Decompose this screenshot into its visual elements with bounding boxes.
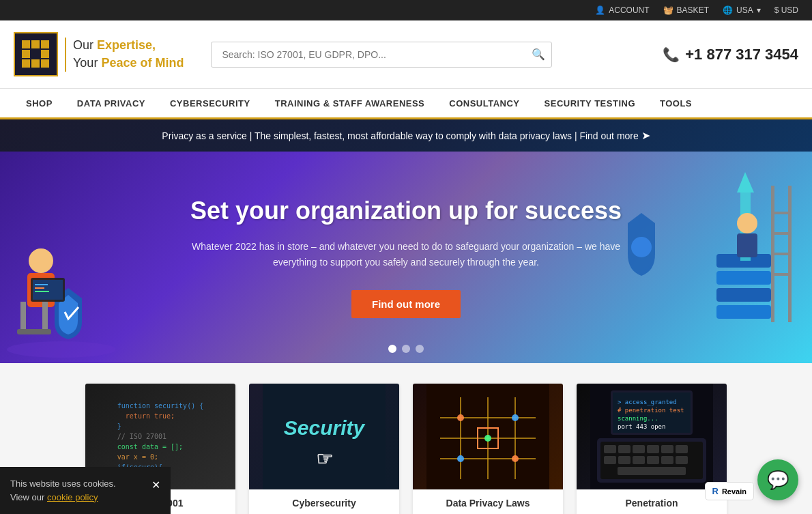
- svg-rect-21: [716, 288, 771, 302]
- hero-section: Set your organization up for success Wha…: [0, 152, 812, 363]
- cookie-bar: ✕ This website uses cookies. View our co…: [0, 467, 171, 514]
- promo-arrow: ➤: [641, 130, 650, 141]
- card-data-label: Data Privacy Laws: [413, 489, 563, 514]
- card-cybersecurity-label: Cybersecurity: [249, 489, 399, 514]
- slider-dot-1[interactable]: [388, 345, 396, 353]
- promo-text: Privacy as a service | The simplest, fas…: [162, 130, 650, 141]
- svg-rect-56: [647, 445, 659, 453]
- svg-point-9: [29, 248, 53, 273]
- svg-rect-58: [676, 445, 688, 453]
- promo-banner[interactable]: Privacy as a service | The simplest, fas…: [0, 119, 812, 152]
- hero-left-illustration: [0, 165, 150, 363]
- svg-text:☞: ☞: [316, 448, 333, 470]
- nav-item-data-privacy[interactable]: DATA PRIVACY: [65, 90, 158, 117]
- svg-rect-4: [41, 50, 49, 58]
- svg-rect-1: [31, 40, 40, 48]
- main-nav: SHOP DATA PRIVACY CYBERSECURITY TRAINING…: [0, 89, 812, 119]
- basket-icon: 🧺: [663, 5, 673, 15]
- svg-point-8: [7, 341, 116, 358]
- account-label: ACCOUNT: [609, 5, 649, 15]
- logo[interactable]: Our Expertise, Your Peace of Mind: [14, 32, 184, 76]
- basket-link[interactable]: 🧺 BASKET: [663, 5, 709, 15]
- phone-container: 📞 +1 877 317 3454: [663, 46, 798, 63]
- hero-cta-button[interactable]: Find out more: [351, 290, 461, 318]
- header: Our Expertise, Your Peace of Mind 🔍 📞 +1…: [0, 20, 812, 89]
- nav-item-consultancy[interactable]: CONSULTANCY: [437, 90, 532, 117]
- svg-rect-3: [22, 50, 30, 58]
- logo-divider: [65, 38, 66, 72]
- svg-rect-20: [716, 271, 771, 285]
- svg-point-44: [457, 414, 464, 421]
- hero-title: Set your organization up for success: [181, 197, 631, 225]
- currency-selector[interactable]: $ USD: [774, 5, 798, 15]
- svg-rect-2: [41, 40, 49, 48]
- account-icon: 👤: [595, 5, 605, 15]
- card-data-image: [413, 384, 563, 489]
- svg-rect-13: [17, 329, 51, 334]
- nav-item-security-testing[interactable]: SECURITY TESTING: [532, 90, 648, 117]
- svg-point-46: [512, 414, 519, 421]
- globe-icon: 🌐: [723, 5, 733, 15]
- search-icon: 🔍: [532, 48, 545, 60]
- svg-rect-7: [41, 59, 49, 68]
- svg-text:> access_granted: > access_granted: [618, 399, 677, 405]
- svg-rect-5: [22, 59, 30, 68]
- slider-dots: [388, 345, 424, 353]
- svg-rect-60: [618, 456, 630, 464]
- svg-text:port 443 open: port 443 open: [618, 423, 665, 430]
- hero-right-illustration: [621, 158, 812, 363]
- nav-item-training[interactable]: TRAINING & STAFF AWARENESS: [263, 90, 437, 117]
- svg-rect-11: [20, 302, 26, 329]
- svg-rect-63: [661, 456, 673, 464]
- logo-icon: [14, 32, 58, 76]
- region-selector[interactable]: 🌐 USA ▾: [723, 5, 761, 15]
- svg-rect-54: [618, 445, 630, 453]
- search-input[interactable]: [211, 42, 552, 68]
- currency-label: $ USD: [774, 5, 798, 15]
- cookie-text2: View our: [10, 492, 47, 502]
- svg-rect-64: [676, 456, 688, 464]
- svg-rect-55: [633, 445, 645, 453]
- top-bar: 👤 ACCOUNT 🧺 BASKET 🌐 USA ▾ $ USD: [0, 0, 812, 20]
- svg-rect-22: [716, 305, 771, 319]
- revain-icon: R: [712, 486, 719, 496]
- phone-number: +1 877 317 3454: [685, 46, 798, 63]
- nav-item-tools[interactable]: TOOLS: [648, 90, 704, 117]
- svg-rect-65: [618, 467, 686, 475]
- svg-point-26: [737, 213, 757, 233]
- card-cybersecurity[interactable]: Security ☞ Cybersecurity: [249, 384, 399, 514]
- cookie-text: This website uses cookies.: [10, 479, 116, 489]
- slider-dot-2[interactable]: [402, 345, 410, 353]
- slider-dot-3[interactable]: [416, 345, 424, 353]
- svg-marker-24: [737, 172, 754, 192]
- chat-widget[interactable]: 💬: [757, 459, 798, 500]
- search-button[interactable]: 🔍: [525, 42, 552, 68]
- svg-rect-0: [22, 40, 30, 48]
- svg-rect-12: [42, 302, 48, 329]
- svg-point-47: [457, 455, 464, 462]
- search-container: 🔍: [211, 42, 552, 68]
- svg-point-45: [484, 435, 491, 442]
- cookie-policy-link[interactable]: cookie policy: [47, 492, 98, 502]
- card-penetration-image: > access_granted # penetration test scan…: [577, 384, 727, 489]
- region-label: USA: [736, 5, 753, 15]
- nav-item-shop[interactable]: SHOP: [14, 90, 65, 117]
- svg-point-48: [512, 455, 519, 462]
- svg-rect-53: [604, 445, 616, 453]
- revain-label: Revain: [722, 487, 746, 496]
- svg-rect-27: [737, 233, 757, 257]
- dropdown-icon: ▾: [757, 5, 761, 15]
- svg-rect-15: [33, 280, 63, 300]
- hero-description: Whatever 2022 has in store – and whateve…: [181, 239, 631, 270]
- card-data-privacy[interactable]: Data Privacy Laws: [413, 384, 563, 514]
- basket-label: BASKET: [677, 5, 709, 15]
- nav-item-cybersecurity[interactable]: CYBERSECURITY: [158, 90, 263, 117]
- logo-tagline: Our Expertise, Your Peace of Mind: [73, 37, 184, 71]
- svg-text:scanning...: scanning...: [618, 415, 658, 422]
- cookie-close-button[interactable]: ✕: [151, 477, 160, 494]
- revain-widget[interactable]: R Revain: [705, 482, 754, 500]
- svg-rect-62: [647, 456, 659, 464]
- account-link[interactable]: 👤 ACCOUNT: [595, 5, 649, 15]
- svg-rect-6: [31, 59, 40, 68]
- svg-text:Security: Security: [284, 416, 366, 439]
